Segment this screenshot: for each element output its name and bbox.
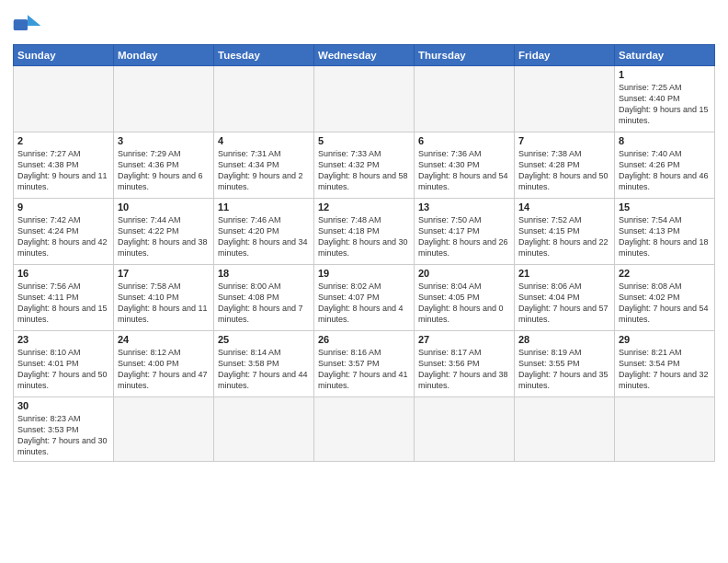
calendar-cell xyxy=(515,397,615,462)
day-number: 11 xyxy=(218,201,310,213)
day-info: Sunrise: 8:14 AM Sunset: 3:58 PM Dayligh… xyxy=(218,347,310,392)
calendar-cell: 2Sunrise: 7:27 AM Sunset: 4:38 PM Daylig… xyxy=(14,132,114,199)
day-number: 10 xyxy=(118,201,210,213)
calendar-cell: 30Sunrise: 8:23 AM Sunset: 3:53 PM Dayli… xyxy=(14,397,114,462)
calendar-cell: 20Sunrise: 8:04 AM Sunset: 4:05 PM Dayli… xyxy=(415,265,515,331)
day-number: 27 xyxy=(418,334,510,345)
calendar-cell: 24Sunrise: 8:12 AM Sunset: 4:00 PM Dayli… xyxy=(114,331,214,397)
calendar-cell: 6Sunrise: 7:36 AM Sunset: 4:30 PM Daylig… xyxy=(415,132,515,199)
day-number: 3 xyxy=(118,135,210,146)
day-number: 8 xyxy=(619,135,711,146)
day-info: Sunrise: 7:33 AM Sunset: 4:32 PM Dayligh… xyxy=(318,148,410,193)
day-info: Sunrise: 7:48 AM Sunset: 4:18 PM Dayligh… xyxy=(318,214,410,259)
day-info: Sunrise: 7:40 AM Sunset: 4:26 PM Dayligh… xyxy=(619,148,711,193)
day-info: Sunrise: 7:58 AM Sunset: 4:10 PM Dayligh… xyxy=(118,281,210,326)
calendar-cell: 14Sunrise: 7:52 AM Sunset: 4:15 PM Dayli… xyxy=(515,199,615,265)
calendar-cell xyxy=(415,66,515,132)
calendar-week-1: 2Sunrise: 7:27 AM Sunset: 4:38 PM Daylig… xyxy=(14,132,715,199)
day-info: Sunrise: 7:54 AM Sunset: 4:13 PM Dayligh… xyxy=(619,214,711,259)
col-header-thursday: Thursday xyxy=(415,45,515,66)
page-header xyxy=(13,9,715,39)
calendar-cell: 11Sunrise: 7:46 AM Sunset: 4:20 PM Dayli… xyxy=(214,199,314,265)
calendar-cell: 21Sunrise: 8:06 AM Sunset: 4:04 PM Dayli… xyxy=(515,265,615,331)
calendar-cell: 5Sunrise: 7:33 AM Sunset: 4:32 PM Daylig… xyxy=(314,132,415,199)
day-number: 30 xyxy=(17,400,109,411)
day-info: Sunrise: 7:42 AM Sunset: 4:24 PM Dayligh… xyxy=(17,214,109,259)
day-number: 18 xyxy=(218,268,310,279)
calendar-cell: 4Sunrise: 7:31 AM Sunset: 4:34 PM Daylig… xyxy=(214,132,314,199)
calendar-cell: 9Sunrise: 7:42 AM Sunset: 4:24 PM Daylig… xyxy=(14,199,114,265)
day-info: Sunrise: 7:52 AM Sunset: 4:15 PM Dayligh… xyxy=(518,214,610,259)
calendar-cell: 1Sunrise: 7:25 AM Sunset: 4:40 PM Daylig… xyxy=(615,66,715,132)
day-info: Sunrise: 8:12 AM Sunset: 4:00 PM Dayligh… xyxy=(118,347,210,392)
calendar-cell xyxy=(214,66,314,132)
day-number: 21 xyxy=(518,268,610,279)
calendar-cell: 25Sunrise: 8:14 AM Sunset: 3:58 PM Dayli… xyxy=(214,331,314,397)
day-number: 19 xyxy=(318,268,410,279)
day-info: Sunrise: 7:29 AM Sunset: 4:36 PM Dayligh… xyxy=(118,148,210,193)
calendar-cell: 12Sunrise: 7:48 AM Sunset: 4:18 PM Dayli… xyxy=(314,199,415,265)
day-number: 9 xyxy=(17,201,109,213)
calendar-cell: 23Sunrise: 8:10 AM Sunset: 4:01 PM Dayli… xyxy=(14,331,114,397)
calendar-cell: 28Sunrise: 8:19 AM Sunset: 3:55 PM Dayli… xyxy=(515,331,615,397)
day-number: 20 xyxy=(418,268,510,279)
day-info: Sunrise: 7:25 AM Sunset: 4:40 PM Dayligh… xyxy=(619,82,711,127)
day-number: 22 xyxy=(619,268,711,279)
calendar-cell xyxy=(314,397,415,462)
calendar-cell: 19Sunrise: 8:02 AM Sunset: 4:07 PM Dayli… xyxy=(314,265,415,331)
calendar-cell xyxy=(515,66,615,132)
col-header-saturday: Saturday xyxy=(615,45,715,66)
day-info: Sunrise: 8:04 AM Sunset: 4:05 PM Dayligh… xyxy=(418,281,510,326)
calendar-header-row: SundayMondayTuesdayWednesdayThursdayFrid… xyxy=(14,45,715,66)
day-number: 28 xyxy=(518,334,610,345)
calendar-table: SundayMondayTuesdayWednesdayThursdayFrid… xyxy=(13,44,715,462)
day-number: 5 xyxy=(318,135,410,146)
day-info: Sunrise: 7:44 AM Sunset: 4:22 PM Dayligh… xyxy=(118,214,210,259)
day-info: Sunrise: 7:38 AM Sunset: 4:28 PM Dayligh… xyxy=(518,148,610,193)
calendar-cell xyxy=(415,397,515,462)
calendar-cell xyxy=(615,397,715,462)
day-number: 1 xyxy=(619,69,711,80)
day-number: 4 xyxy=(218,135,310,146)
calendar-cell: 15Sunrise: 7:54 AM Sunset: 4:13 PM Dayli… xyxy=(615,199,715,265)
day-number: 2 xyxy=(17,135,109,146)
calendar-week-0: 1Sunrise: 7:25 AM Sunset: 4:40 PM Daylig… xyxy=(14,66,715,132)
day-info: Sunrise: 8:19 AM Sunset: 3:55 PM Dayligh… xyxy=(518,347,610,392)
calendar-cell: 16Sunrise: 7:56 AM Sunset: 4:11 PM Dayli… xyxy=(14,265,114,331)
calendar-cell: 27Sunrise: 8:17 AM Sunset: 3:56 PM Dayli… xyxy=(415,331,515,397)
logo xyxy=(13,13,46,39)
calendar-cell xyxy=(114,66,214,132)
calendar-week-3: 16Sunrise: 7:56 AM Sunset: 4:11 PM Dayli… xyxy=(14,265,715,331)
day-info: Sunrise: 7:50 AM Sunset: 4:17 PM Dayligh… xyxy=(418,214,510,259)
col-header-monday: Monday xyxy=(114,45,214,66)
day-number: 29 xyxy=(619,334,711,345)
day-number: 7 xyxy=(518,135,610,146)
day-info: Sunrise: 8:23 AM Sunset: 3:53 PM Dayligh… xyxy=(17,413,109,458)
calendar-cell: 22Sunrise: 8:08 AM Sunset: 4:02 PM Dayli… xyxy=(615,265,715,331)
calendar-cell: 8Sunrise: 7:40 AM Sunset: 4:26 PM Daylig… xyxy=(615,132,715,199)
day-info: Sunrise: 7:56 AM Sunset: 4:11 PM Dayligh… xyxy=(17,281,109,326)
calendar-cell: 26Sunrise: 8:16 AM Sunset: 3:57 PM Dayli… xyxy=(314,331,415,397)
day-info: Sunrise: 8:10 AM Sunset: 4:01 PM Dayligh… xyxy=(17,347,109,392)
calendar-cell xyxy=(114,397,214,462)
calendar-cell xyxy=(214,397,314,462)
svg-rect-2 xyxy=(14,19,28,30)
calendar-week-5: 30Sunrise: 8:23 AM Sunset: 3:53 PM Dayli… xyxy=(14,397,715,462)
calendar-cell xyxy=(314,66,415,132)
col-header-tuesday: Tuesday xyxy=(214,45,314,66)
day-number: 17 xyxy=(118,268,210,279)
day-number: 24 xyxy=(118,334,210,345)
day-info: Sunrise: 8:08 AM Sunset: 4:02 PM Dayligh… xyxy=(619,281,711,326)
day-info: Sunrise: 7:46 AM Sunset: 4:20 PM Dayligh… xyxy=(218,214,310,259)
day-number: 16 xyxy=(17,268,109,279)
day-info: Sunrise: 8:02 AM Sunset: 4:07 PM Dayligh… xyxy=(318,281,410,326)
day-info: Sunrise: 7:31 AM Sunset: 4:34 PM Dayligh… xyxy=(218,148,310,193)
day-number: 23 xyxy=(17,334,109,345)
day-number: 25 xyxy=(218,334,310,345)
calendar-cell xyxy=(14,66,114,132)
day-info: Sunrise: 8:00 AM Sunset: 4:08 PM Dayligh… xyxy=(218,281,310,326)
day-number: 26 xyxy=(318,334,410,345)
day-number: 13 xyxy=(418,201,510,213)
calendar-cell: 29Sunrise: 8:21 AM Sunset: 3:54 PM Dayli… xyxy=(615,331,715,397)
day-info: Sunrise: 8:16 AM Sunset: 3:57 PM Dayligh… xyxy=(318,347,410,392)
